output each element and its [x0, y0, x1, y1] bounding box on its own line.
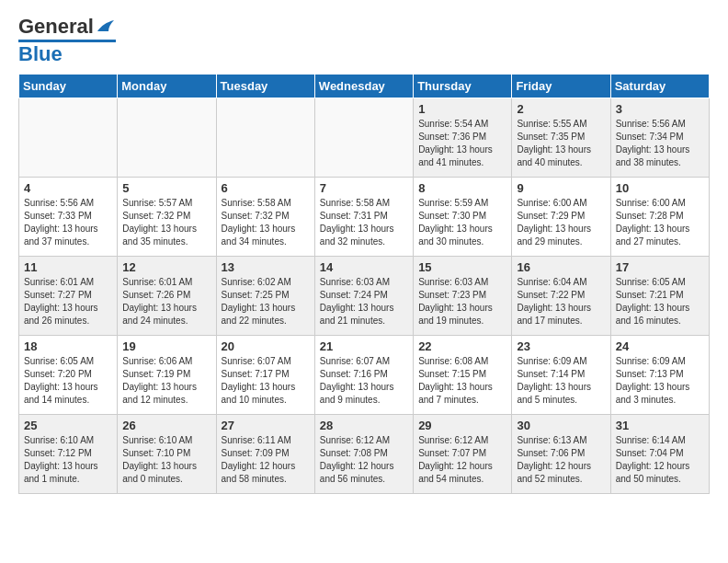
cell-info-line: Daylight: 12 hours — [517, 460, 605, 473]
cell-info-line: Daylight: 13 hours — [122, 223, 210, 236]
cell-info-line: Daylight: 13 hours — [122, 381, 210, 394]
cell-info-line: Sunrise: 6:02 AM — [222, 276, 310, 289]
day-number: 3 — [616, 102, 704, 116]
col-header-wednesday: Wednesday — [314, 75, 413, 98]
cell-info-line: and 12 minutes. — [122, 394, 210, 407]
cell-info-line: and 38 minutes. — [616, 156, 704, 169]
col-header-tuesday: Tuesday — [216, 75, 314, 98]
cell-info-line: and 29 minutes. — [517, 236, 605, 248]
cell-info-line: Daylight: 13 hours — [24, 223, 112, 236]
col-header-friday: Friday — [512, 75, 610, 98]
calendar-cell: 16Sunrise: 6:04 AMSunset: 7:22 PMDayligh… — [512, 257, 610, 336]
cell-info-line: Sunset: 7:08 PM — [320, 447, 408, 460]
cell-info-line: Sunrise: 5:58 AM — [222, 197, 310, 210]
cell-info-line: Daylight: 13 hours — [122, 302, 210, 315]
calendar-cell — [19, 98, 118, 178]
cell-info-line: Sunset: 7:33 PM — [24, 210, 112, 223]
cell-info-line: Daylight: 12 hours — [616, 460, 704, 473]
cell-info-line: and 10 minutes. — [222, 394, 310, 407]
cell-info-line: Sunset: 7:15 PM — [418, 368, 506, 381]
day-number: 28 — [320, 419, 408, 432]
cell-info-line: Sunset: 7:35 PM — [517, 131, 605, 144]
cell-info-line: Sunrise: 5:58 AM — [320, 197, 408, 210]
calendar-cell: 30Sunrise: 6:13 AMSunset: 7:06 PMDayligh… — [512, 415, 610, 494]
day-number: 4 — [24, 181, 112, 195]
cell-info-line: Daylight: 13 hours — [222, 302, 310, 315]
cell-info-line: Sunset: 7:19 PM — [122, 368, 210, 381]
calendar-cell: 2Sunrise: 5:55 AMSunset: 7:35 PMDaylight… — [512, 98, 610, 178]
cell-info-line: and 14 minutes. — [24, 394, 112, 407]
cell-info-line: Daylight: 13 hours — [122, 460, 210, 473]
cell-info-line: and 32 minutes. — [320, 236, 408, 248]
cell-info-line: Daylight: 13 hours — [616, 144, 704, 156]
col-header-sunday: Sunday — [19, 75, 118, 98]
cell-info-line: Sunrise: 6:03 AM — [320, 276, 408, 289]
cell-info-line: and 16 minutes. — [616, 315, 704, 327]
cell-info-line: Sunset: 7:28 PM — [616, 210, 704, 223]
cell-info-line: Daylight: 13 hours — [320, 223, 408, 236]
cell-info-line: Sunrise: 6:01 AM — [24, 276, 112, 289]
cell-info-line: Sunset: 7:20 PM — [24, 368, 112, 381]
calendar-cell: 27Sunrise: 6:11 AMSunset: 7:09 PMDayligh… — [216, 415, 314, 494]
week-row-3: 11Sunrise: 6:01 AMSunset: 7:27 PMDayligh… — [19, 257, 710, 336]
cell-info-line: Sunset: 7:31 PM — [320, 210, 408, 223]
cell-info-line: Sunset: 7:22 PM — [517, 289, 605, 302]
cell-info-line: and 56 minutes. — [320, 473, 408, 486]
cell-info-line: Sunrise: 5:56 AM — [24, 197, 112, 210]
cell-info-line: and 50 minutes. — [616, 473, 704, 486]
cell-info-line: Daylight: 13 hours — [616, 302, 704, 315]
day-number: 25 — [24, 419, 112, 432]
cell-info-line: Sunrise: 6:08 AM — [418, 355, 506, 368]
calendar-cell: 9Sunrise: 6:00 AMSunset: 7:29 PMDaylight… — [512, 178, 610, 257]
cell-info-line: and 7 minutes. — [418, 394, 506, 407]
cell-info-line: Daylight: 13 hours — [222, 381, 310, 394]
cell-info-line: Sunset: 7:07 PM — [418, 447, 506, 460]
day-number: 8 — [418, 181, 506, 195]
week-row-5: 25Sunrise: 6:10 AMSunset: 7:12 PMDayligh… — [19, 415, 710, 494]
col-header-saturday: Saturday — [610, 75, 709, 98]
logo-bird-icon — [96, 18, 116, 35]
logo: General Blue — [18, 15, 116, 66]
cell-info-line: and 17 minutes. — [517, 315, 605, 327]
cell-info-line: Sunset: 7:13 PM — [616, 368, 704, 381]
cell-info-line: Sunset: 7:10 PM — [122, 447, 210, 460]
calendar-cell: 31Sunrise: 6:14 AMSunset: 7:04 PMDayligh… — [610, 415, 709, 494]
cell-info-line: Sunrise: 6:07 AM — [320, 355, 408, 368]
day-number: 1 — [418, 102, 506, 116]
day-number: 22 — [418, 339, 506, 353]
cell-info-line: Sunset: 7:25 PM — [222, 289, 310, 302]
day-number: 21 — [320, 339, 408, 353]
cell-info-line: and 9 minutes. — [320, 394, 408, 407]
cell-info-line: and 37 minutes. — [24, 236, 112, 248]
cell-info-line: Sunset: 7:23 PM — [418, 289, 506, 302]
cell-info-line: Daylight: 13 hours — [616, 381, 704, 394]
calendar-table: SundayMondayTuesdayWednesdayThursdayFrid… — [18, 74, 710, 494]
cell-info-line: Sunrise: 6:10 AM — [24, 434, 112, 447]
calendar-cell: 8Sunrise: 5:59 AMSunset: 7:30 PMDaylight… — [414, 178, 512, 257]
week-row-1: 1Sunrise: 5:54 AMSunset: 7:36 PMDaylight… — [19, 98, 710, 178]
day-number: 29 — [418, 419, 506, 432]
logo-blue: Blue — [18, 42, 63, 66]
cell-info-line: Sunset: 7:26 PM — [122, 289, 210, 302]
cell-info-line: and 19 minutes. — [418, 315, 506, 327]
cell-info-line: and 0 minutes. — [122, 473, 210, 486]
day-number: 7 — [320, 181, 408, 195]
cell-info-line: Daylight: 13 hours — [222, 223, 310, 236]
day-number: 6 — [222, 181, 310, 195]
calendar-cell: 25Sunrise: 6:10 AMSunset: 7:12 PMDayligh… — [19, 415, 118, 494]
cell-info-line: Sunrise: 6:07 AM — [222, 355, 310, 368]
day-number: 17 — [616, 260, 704, 274]
cell-info-line: and 1 minute. — [24, 473, 112, 486]
calendar-cell: 22Sunrise: 6:08 AMSunset: 7:15 PMDayligh… — [414, 336, 512, 415]
cell-info-line: Daylight: 13 hours — [418, 381, 506, 394]
day-number: 16 — [517, 260, 605, 274]
cell-info-line: Sunset: 7:34 PM — [616, 131, 704, 144]
cell-info-line: Sunrise: 6:12 AM — [418, 434, 506, 447]
calendar-cell — [216, 98, 314, 178]
cell-info-line: and 22 minutes. — [222, 315, 310, 327]
cell-info-line: Sunset: 7:16 PM — [320, 368, 408, 381]
day-number: 5 — [122, 181, 210, 195]
day-number: 14 — [320, 260, 408, 274]
day-number: 31 — [616, 419, 704, 432]
cell-info-line: Sunset: 7:32 PM — [222, 210, 310, 223]
